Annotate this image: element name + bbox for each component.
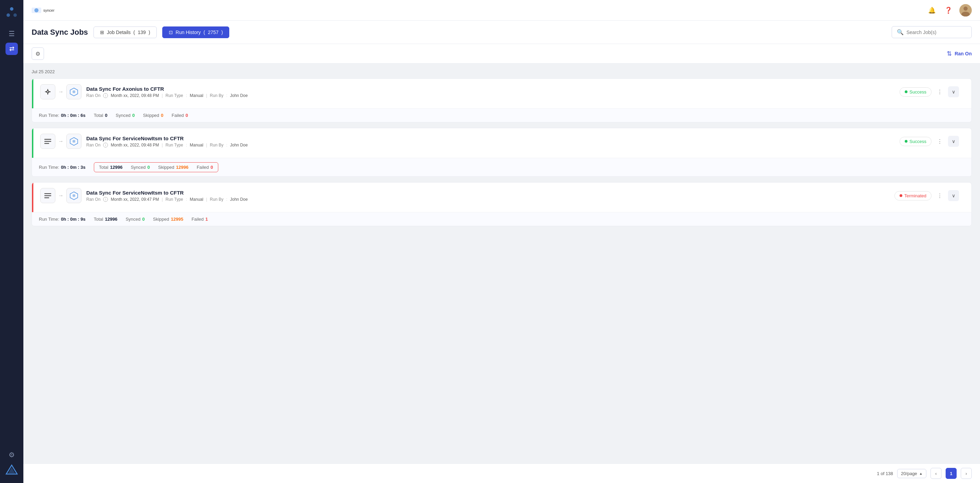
page-title: Data Sync Jobs (32, 28, 88, 37)
expand-button[interactable]: ∨ (948, 190, 959, 201)
job-icons: → (40, 188, 81, 203)
svg-text:syncer: syncer (43, 8, 55, 13)
stat-total: Total 0 (94, 113, 108, 118)
run-history-icon: ⊡ (169, 30, 173, 35)
topnav-icons: 🔔 ❓ (926, 4, 972, 16)
job-card-right: Terminated ⋮ ∨ (894, 190, 964, 201)
synced-value: 0 (142, 217, 145, 222)
ran-on-info-icon[interactable]: i (103, 93, 108, 98)
job-card-top: → Data Sync For Axonius to CFTR (40, 84, 964, 99)
run-by-value: John Doe (230, 143, 248, 147)
failed-value: 1 (205, 217, 208, 222)
svg-point-1 (6, 13, 10, 17)
pagination-bar: 1 of 138 20/page ▲ ‹ 1 › (23, 464, 980, 483)
arrow-icon: → (58, 89, 64, 95)
job-meta: Ran On i Month xx, 2022, 09:47 PM | Run … (86, 197, 889, 202)
job-card: → Data Sync For ServiceNowItsm to CFTR (32, 182, 972, 226)
status-dot (900, 194, 902, 197)
search-box[interactable]: 🔍 (892, 26, 972, 38)
stat-skipped: Skipped 12996 (158, 165, 188, 170)
job-card-top: → Data Sync For ServiceNowItsm to CFTR (40, 188, 964, 203)
stat-failed: Failed 1 (191, 217, 208, 222)
status-dot (905, 140, 907, 143)
sidebar-logo (5, 5, 19, 19)
run-type-value: Manual (190, 197, 203, 202)
ran-on-info-icon[interactable]: i (103, 143, 108, 147)
job-card-right: Success ⋮ ∨ (900, 86, 964, 97)
source-icon-box (40, 134, 55, 149)
job-meta: Ran On i Month xx, 2022, 09:48 PM | Run … (86, 143, 895, 147)
svg-point-13 (47, 91, 49, 93)
job-card-right: Success ⋮ ∨ (900, 136, 964, 147)
runtime-value: 0h : 0m : 6s (61, 113, 86, 118)
per-page-label: 20/page (901, 471, 917, 476)
sidebar-item-datasync[interactable]: ⇄ (5, 43, 18, 55)
current-page-button[interactable]: 1 (946, 468, 957, 479)
dest-icon-box (66, 134, 81, 149)
svg-rect-23 (45, 197, 49, 198)
run-type-value: Manual (190, 143, 203, 147)
user-avatar[interactable] (959, 4, 972, 16)
filter-button[interactable]: ⚙ (32, 48, 44, 60)
stat-failed: Failed 0 (172, 113, 188, 118)
more-options-button[interactable]: ⋮ (935, 137, 945, 146)
job-title: Data Sync For ServiceNowItsm to CFTR (86, 135, 895, 141)
svg-point-6 (34, 8, 38, 13)
more-options-button[interactable]: ⋮ (935, 191, 945, 201)
search-input[interactable] (907, 30, 967, 35)
sidebar-settings-icon[interactable]: ⚙ (5, 449, 18, 461)
job-info: Data Sync For Axonius to CFTR Ran On i M… (86, 86, 895, 98)
source-icon-box (40, 188, 55, 203)
page-info: 1 of 138 (877, 471, 893, 476)
status-label: Terminated (904, 193, 926, 198)
page-header: Data Sync Jobs ⊞ Job Details (139) ⊡ Run… (23, 21, 980, 44)
expand-button[interactable]: ∨ (948, 136, 959, 147)
synced-value: 0 (148, 165, 150, 170)
total-value: 12996 (105, 217, 117, 222)
more-options-button[interactable]: ⋮ (935, 87, 945, 97)
job-title: Data Sync For Axonius to CFTR (86, 86, 895, 92)
job-title: Data Sync For ServiceNowItsm to CFTR (86, 190, 889, 196)
job-card-main: → Data Sync For ServiceNowItsm to CFTR (33, 128, 971, 158)
svg-rect-21 (45, 193, 51, 194)
job-stats: Run Time: 0h : 0m : 9s Total 12996 Synce… (32, 212, 971, 226)
svg-point-15 (73, 91, 75, 93)
dest-icon-box (66, 84, 81, 99)
job-details-icon: ⊞ (100, 30, 104, 35)
status-badge: Success (900, 87, 932, 97)
tab-run-history[interactable]: ⊡ Run History (2757) (162, 27, 230, 38)
content-area: Jul 25 2022 → (23, 64, 980, 464)
job-stats: Run Time: 0h : 0m : 6s Total 0 Synced 0 … (32, 108, 971, 122)
job-card-inner: → Data Sync For ServiceNowItsm to CFTR (32, 183, 971, 212)
job-icons: → (40, 134, 81, 149)
cyware-logo (5, 464, 19, 478)
ran-on-value: Month xx, 2022, 09:48 PM (111, 143, 159, 147)
total-value: 12996 (110, 165, 123, 170)
arrow-icon: → (58, 193, 64, 199)
help-icon[interactable]: ❓ (943, 5, 954, 16)
tab-job-details[interactable]: ⊞ Job Details (139) (94, 27, 157, 38)
chevron-down-icon: ▲ (919, 472, 923, 475)
stat-failed: Failed 0 (197, 165, 213, 170)
job-info: Data Sync For ServiceNowItsm to CFTR Ran… (86, 135, 895, 147)
notification-icon[interactable]: 🔔 (926, 5, 937, 16)
svg-point-20 (73, 140, 75, 143)
expand-button[interactable]: ∨ (948, 86, 959, 97)
per-page-select[interactable]: 20/page ▲ (897, 469, 926, 478)
sort-label[interactable]: Ran On (955, 51, 972, 56)
ran-on-info-icon[interactable]: i (103, 197, 108, 202)
run-by-value: John Doe (230, 197, 248, 202)
topnav-logo: syncer (32, 5, 59, 16)
skipped-value: 12996 (176, 165, 188, 170)
sidebar-bottom: ⚙ (5, 449, 19, 478)
search-icon: 🔍 (897, 29, 904, 35)
svg-rect-17 (45, 141, 51, 142)
svg-point-2 (13, 13, 17, 17)
prev-page-button[interactable]: ‹ (931, 468, 942, 479)
stats-highlighted-box: Total 12996 Synced 0 Skipped 12996 Faile… (94, 162, 218, 172)
sidebar-item-menu[interactable]: ☰ (5, 27, 18, 40)
svg-marker-4 (8, 467, 15, 473)
next-page-button[interactable]: › (961, 468, 972, 479)
job-stats: Run Time: 0h : 0m : 3s Total 12996 Synce… (32, 158, 971, 176)
ran-on-value: Month xx, 2022, 09:47 PM (111, 197, 159, 202)
